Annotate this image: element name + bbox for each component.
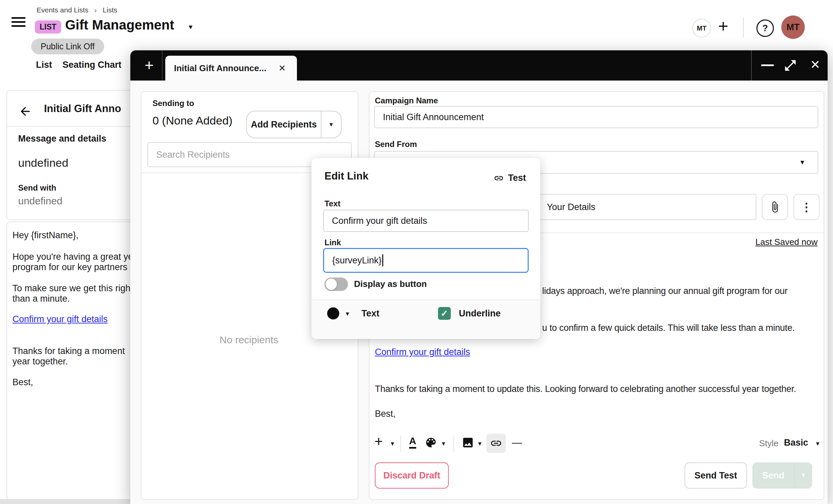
insert-link-button[interactable]: [486, 433, 506, 453]
attach-file-button[interactable]: [762, 194, 788, 220]
insert-image-caret-icon[interactable]: ▼: [477, 441, 483, 447]
back-arrow-icon: [19, 105, 32, 118]
campaign-tab-label: Initial Gift Announce...: [174, 63, 266, 74]
body-fragment-1: lidays approach, we're planning our annu…: [542, 286, 788, 296]
tabbar-divider: [162, 50, 163, 80]
preview-line: than a minute.: [13, 294, 70, 304]
discard-draft-button[interactable]: Discard Draft: [375, 462, 449, 488]
text-format-button[interactable]: A: [409, 435, 416, 449]
body-link[interactable]: Confirm your gift details: [375, 347, 470, 357]
link-url-value: {surveyLink}: [332, 255, 382, 266]
toggle-knob: [326, 278, 337, 290]
hamburger-menu-button[interactable]: [11, 15, 26, 29]
link-text-label: Text: [325, 199, 340, 208]
new-tab-button[interactable]: +: [140, 54, 159, 76]
public-link-badge[interactable]: Public Link Off: [31, 39, 104, 54]
tab-close-icon[interactable]: ✕: [279, 63, 286, 74]
preview-line: Hope you're having a great ye: [13, 252, 133, 262]
body-paragraph-3: Thanks for taking a moment to update thi…: [375, 384, 796, 394]
title-caret-icon[interactable]: ▼: [187, 24, 194, 31]
campaign-undefined-value: undefined: [18, 156, 68, 170]
preview-line: program for our key partners: [13, 262, 127, 273]
close-window-button[interactable]: ✕: [810, 58, 820, 72]
body-fragment-2: u to confirm a few quick details. This w…: [542, 323, 795, 333]
help-button[interactable]: ?: [756, 20, 774, 37]
style-value[interactable]: Basic: [784, 437, 808, 448]
campaign-name-label: Campaign Name: [375, 96, 438, 105]
panel-divider: [7, 126, 133, 127]
link-style-footer: ▼ Text ✓ Underline: [312, 300, 540, 339]
link-color-caret-icon[interactable]: ▼: [344, 311, 350, 317]
add-recipients-button[interactable]: Add Recipients ▼: [246, 111, 341, 138]
tab-seating-chart[interactable]: Seating Chart: [63, 60, 122, 70]
send-from-label: Send From: [375, 140, 417, 149]
header-add-button[interactable]: +: [718, 16, 728, 36]
link-url-label: Link: [325, 238, 341, 247]
breadcrumb: Events and Lists › Lists: [37, 6, 117, 14]
subject-more-button[interactable]: ⋮: [793, 194, 819, 220]
recipient-count: 0 (None Added): [152, 114, 233, 127]
palette-icon: [425, 436, 437, 449]
display-as-button-label: Display as button: [354, 279, 427, 289]
kebab-icon: ⋮: [801, 200, 812, 214]
text-color-button[interactable]: [425, 436, 437, 449]
campaign-name-input[interactable]: [374, 106, 818, 128]
horizontal-rule-button[interactable]: —: [512, 437, 522, 448]
send-test-button[interactable]: Send Test: [685, 462, 747, 488]
insert-block-button[interactable]: +: [375, 433, 383, 450]
breadcrumb-lists[interactable]: Lists: [103, 6, 117, 14]
link-test-icon: [494, 173, 504, 183]
user-avatar[interactable]: MT: [781, 16, 805, 39]
link-text-input[interactable]: [323, 210, 529, 232]
underline-checkbox[interactable]: ✓: [438, 307, 451, 320]
test-link-button[interactable]: Test: [494, 173, 526, 183]
workspace-avatar[interactable]: MT: [692, 19, 711, 37]
preview-line: Hey {firstName},: [13, 230, 78, 241]
question-icon: ?: [762, 23, 768, 33]
message-preview-card: Hey {firstName}, Hope you're having a gr…: [6, 222, 133, 500]
page-title[interactable]: Gift Management: [65, 18, 174, 32]
link-icon: [490, 437, 502, 449]
display-as-button-toggle[interactable]: [325, 277, 348, 291]
preview-line: To make sure we get this righ: [13, 283, 130, 294]
text-color-caret-icon[interactable]: ▼: [441, 441, 446, 447]
edit-link-title: Edit Link: [325, 170, 368, 182]
list-badge: LIST: [35, 21, 61, 33]
expand-button[interactable]: [783, 58, 798, 73]
underline-label: Underline: [459, 308, 501, 319]
send-button[interactable]: Send ▼: [753, 462, 812, 488]
header-divider: [743, 18, 744, 37]
edit-link-popup: Edit Link Test Text Link {surveyLink} Di…: [311, 158, 541, 338]
hamburger-icon: [11, 17, 26, 19]
style-caret-icon[interactable]: ▼: [815, 441, 820, 447]
add-recipients-caret-icon[interactable]: ▼: [322, 122, 341, 127]
link-color-swatch[interactable]: [327, 307, 339, 320]
send-from-caret-icon: ▼: [799, 159, 806, 166]
send-caret-icon[interactable]: ▼: [795, 472, 812, 479]
campaign-summary-card: Initial Gift Anno Message and details un…: [6, 90, 133, 220]
text-cursor: [382, 254, 383, 267]
modal-title-bar: + Initial Gift Announce... ✕ ✕: [130, 50, 828, 80]
panel-title: Initial Gift Anno: [44, 103, 121, 115]
send-button-label: Send: [753, 471, 794, 481]
last-saved-link[interactable]: Last Saved now: [755, 237, 817, 247]
tab-list[interactable]: List: [36, 60, 52, 70]
subject-visible-text: Your Details: [547, 202, 596, 212]
breadcrumb-events-and-lists[interactable]: Events and Lists: [37, 6, 88, 14]
back-button[interactable]: [19, 105, 32, 118]
insert-block-caret-icon[interactable]: ▼: [390, 441, 395, 447]
test-label: Test: [508, 173, 526, 183]
page-bottom-strip: [0, 499, 132, 504]
link-url-input[interactable]: {surveyLink}: [323, 248, 529, 273]
insert-image-button[interactable]: [461, 436, 474, 449]
style-label: Style: [759, 438, 779, 449]
preview-line: Thanks for taking a moment: [13, 346, 125, 356]
app-root: Events and Lists › Lists LIST Gift Manag…: [0, 0, 833, 504]
add-recipients-label: Add Recipients: [247, 120, 321, 130]
image-icon: [461, 436, 474, 449]
send-with-value: undefined: [18, 195, 63, 207]
campaign-tab[interactable]: Initial Gift Announce... ✕: [165, 56, 297, 80]
minimize-button[interactable]: [761, 65, 774, 66]
preview-line: year together.: [13, 356, 68, 367]
preview-link[interactable]: Confirm your gift details: [13, 314, 108, 325]
